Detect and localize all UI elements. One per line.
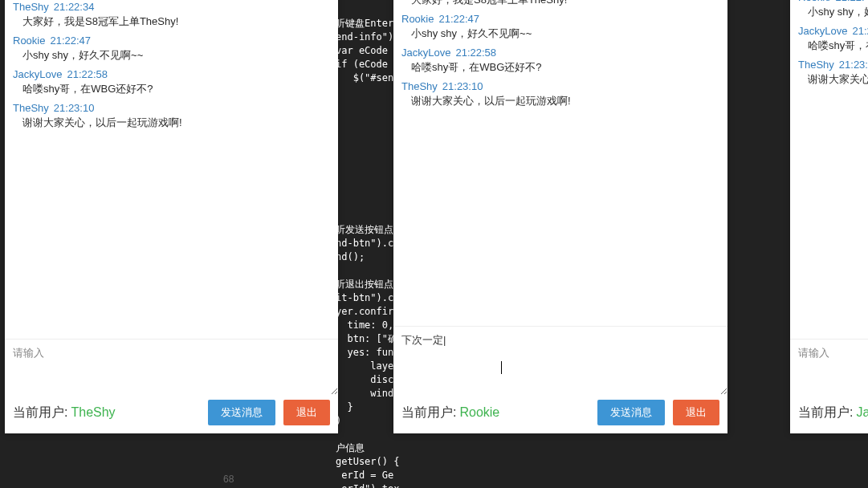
msg-user: Rookie [798,0,830,3]
message-item: TheShy21:23:10谢谢大家关心，以后一起玩游戏啊! [401,80,719,108]
msg-time: 21:23:10 [54,102,95,114]
message-item: TheShy21:22:34大家好，我是S8冠军上单TheShy! [13,1,330,29]
msg-body: 小shy shy，好久不见啊~~ [22,49,330,63]
msg-time: 21:22:58 [852,25,868,37]
msg-user: JackyLove [13,68,62,80]
message-item: JackyLove21:22:58哈喽shy哥，在WBG还好不? [401,47,719,75]
msg-time: 21:23:10 [442,80,483,92]
message-item: JackyLove21:22:58哈喽shy哥，在WBG还好不? [13,68,330,96]
chat-input[interactable] [790,339,868,395]
text-cursor-icon [501,361,502,374]
message-item: Rookie21:22:47小shy shy，好久不见啊~~ [13,35,330,63]
message-item: Rookie21:22:47小shy shy，好久不见啊~~ [798,0,868,19]
message-log[interactable]: Rookie进入房间 JackyLove进入房间 TheShy21:22:34大… [5,0,338,339]
msg-user: JackyLove [401,47,450,59]
message-item: TheShy21:23:10谢谢大家关心，以后一起玩游戏啊! [798,59,868,87]
msg-user: TheShy [401,80,438,92]
message-item: Rookie21:22:47小shy shy，好久不见啊~~ [401,13,719,41]
msg-time: 21:22:47 [438,13,479,25]
msg-body: 小shy shy，好久不见啊~~ [411,27,719,41]
current-user-name: JackyLove [856,405,868,420]
message-item: TheShy21:22:34大家好，我是S8冠军上单TheShy! [401,0,719,7]
msg-body: 大家好，我是S8冠军上单TheShy! [22,15,330,29]
chat-window-jackylove: TheShy21:22:34大家好，我是S8冠军上单TheShy! Rookie… [790,0,868,433]
msg-body: 谢谢大家关心，以后一起玩游戏啊! [22,116,330,130]
current-user-name: TheShy [71,405,115,420]
msg-user: TheShy [13,1,49,13]
msg-time: 21:22:47 [50,35,91,47]
chat-footer: 当前用户: JackyLove 发送消息 退出 [790,395,868,433]
current-user-label: 当前用户: [13,405,67,421]
msg-body: 谢谢大家关心，以后一起玩游戏啊! [411,95,719,108]
message-item: JackyLove21:22:58哈喽shy哥，在WBG还好不? [798,25,868,53]
msg-body: 大家好，我是S8冠军上单TheShy! [411,0,719,7]
background-code-top: 也向口滚动刷新 Botton(); 听键盘Enter按 end-info").c… [336,0,400,85]
current-user-name: Rookie [459,405,499,420]
msg-body: 哈喽shy哥，在WBG还好不? [22,83,330,96]
msg-user: JackyLove [798,25,847,37]
msg-user: Rookie [13,35,45,47]
exit-button[interactable]: 退出 [283,400,330,425]
chat-window-rookie: JackyLove进入房间 TheShy21:22:34大家好，我是S8冠军上单… [393,0,727,433]
message-log[interactable]: TheShy21:22:34大家好，我是S8冠军上单TheShy! Rookie… [790,0,868,339]
chat-window-theshy: Rookie进入房间 JackyLove进入房间 TheShy21:22:34大… [5,0,338,433]
page-number: 68 [223,474,234,485]
msg-time: 21:22:58 [455,47,496,59]
chat-footer: 当前用户: TheShy 发送消息 退出 [5,395,338,433]
send-button[interactable]: 发送消息 [208,400,275,425]
msg-user: TheShy [13,102,49,114]
chat-footer: 当前用户: Rookie 发送消息 退出 [393,395,727,433]
exit-button[interactable]: 退出 [673,400,719,425]
message-item: TheShy21:23:10谢谢大家关心，以后一起玩游戏啊! [13,102,330,130]
msg-body: 小shy shy，好久不见啊~~ [808,6,868,19]
msg-body: 哈喽shy哥，在WBG还好不? [411,61,719,75]
message-log[interactable]: JackyLove进入房间 TheShy21:22:34大家好，我是S8冠军上单… [393,0,727,326]
msg-time: 21:22:47 [835,0,868,3]
msg-time: 21:23:10 [839,59,868,71]
msg-time: 21:22:58 [67,68,108,80]
send-button[interactable]: 发送消息 [597,400,665,425]
msg-body: 谢谢大家关心，以后一起玩游戏啊! [808,73,868,87]
current-user-label: 当前用户: [798,405,853,421]
current-user-label: 当前用户: [401,405,456,421]
msg-body: 哈喽shy哥，在WBG还好不? [808,39,868,53]
msg-time: 21:22:34 [54,1,95,13]
chat-input[interactable] [5,339,338,395]
msg-user: TheShy [798,59,834,71]
chat-input[interactable] [393,326,727,395]
msg-user: Rookie [401,13,434,25]
